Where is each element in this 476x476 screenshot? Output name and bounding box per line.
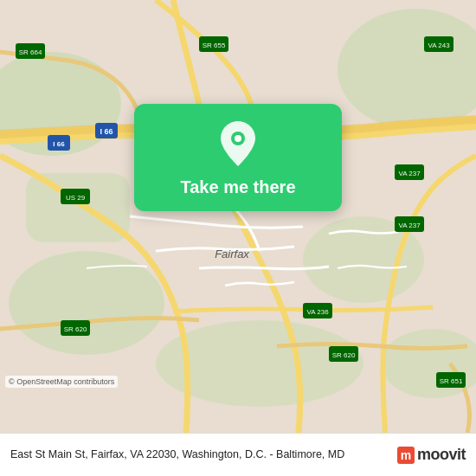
svg-text:I 66: I 66 [53,140,65,148]
svg-text:Fairfax: Fairfax [215,248,249,261]
svg-text:SR 651: SR 651 [440,377,463,385]
svg-text:VA 237: VA 237 [398,222,421,229]
moovit-m-icon: m [397,447,415,464]
svg-text:VA 236: VA 236 [306,308,329,316]
svg-text:VA 237: VA 237 [398,170,421,177]
popup-card[interactable]: Take me there [134,104,342,211]
take-me-there-button[interactable]: Take me there [180,177,295,197]
footer-address: East St Main St, Fairfax, VA 22030, Wash… [10,447,390,461]
svg-text:SR 664: SR 664 [19,48,42,56]
osm-credit-text: © OpenStreetMap contributors [9,377,114,386]
svg-text:US 29: US 29 [66,194,86,202]
location-pin-icon [217,119,259,168]
moovit-logo: m moovit [397,446,466,464]
svg-text:SR 620: SR 620 [64,325,87,333]
svg-text:VA 243: VA 243 [428,42,450,49]
moovit-brand-text: moovit [417,446,466,464]
map-background: I 66 I 66 SR 664 SR 655 VA 243 VA 123 VA… [0,0,476,433]
svg-point-36 [235,135,241,142]
osm-credit: © OpenStreetMap contributors [5,376,118,388]
map-container: I 66 I 66 SR 664 SR 655 VA 243 VA 123 VA… [0,0,476,476]
svg-rect-7 [26,173,130,242]
footer-bar: East St Main St, Fairfax, VA 22030, Wash… [0,433,476,476]
svg-text:I 66: I 66 [100,127,113,136]
svg-text:SR 655: SR 655 [203,42,226,49]
svg-text:SR 620: SR 620 [332,351,356,359]
